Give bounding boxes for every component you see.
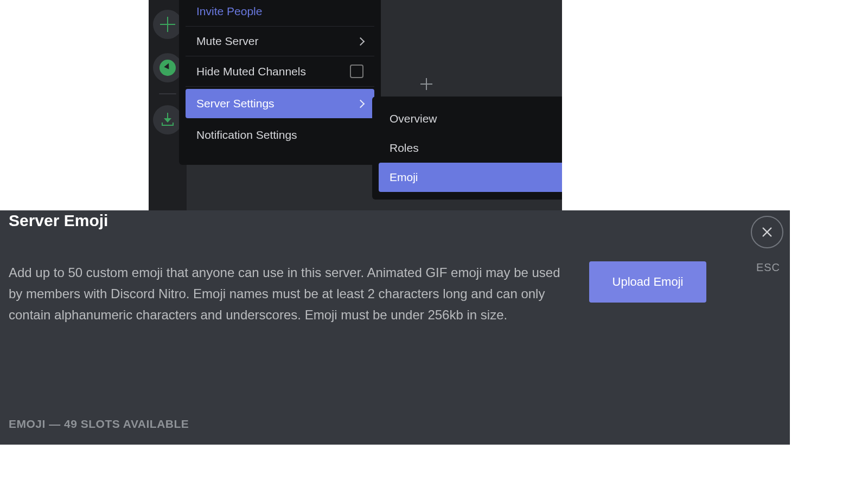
submenu-item-roles[interactable]: Roles (379, 133, 562, 163)
menu-item-invite-people[interactable]: Invite People (186, 0, 374, 27)
menu-item-mute-server[interactable]: Mute Server (186, 27, 374, 56)
plus-icon (160, 17, 175, 32)
chevron-right-icon (356, 37, 365, 46)
chevron-right-icon (356, 99, 365, 108)
button-label: Upload Emoji (612, 275, 684, 289)
emoji-slots-label: EMOJI — 49 SLOTS AVAILABLE (9, 418, 189, 431)
submenu-item-label: Overview (390, 112, 437, 125)
esc-label: ESC (756, 261, 780, 274)
menu-item-notification-settings[interactable]: Notification Settings (186, 120, 374, 150)
menu-item-label: Notification Settings (196, 129, 297, 142)
download-icon (161, 113, 175, 127)
upload-emoji-button[interactable]: Upload Emoji (589, 261, 706, 303)
menu-item-label: Invite People (196, 5, 262, 18)
emoji-description: Add up to 50 custom emoji that anyone ca… (9, 262, 563, 326)
server-menu-screenshot: Invite People Mute Server Hide Muted Cha… (149, 0, 562, 211)
add-server-button[interactable] (153, 10, 182, 39)
server-dropdown-menu: Invite People Mute Server Hide Muted Cha… (179, 0, 381, 165)
close-button[interactable] (751, 216, 783, 248)
rail-separator (159, 93, 176, 94)
submenu-item-emoji[interactable]: Emoji (379, 163, 562, 192)
submenu-item-overview[interactable]: Overview (379, 104, 562, 133)
page-title: Server Emoji (9, 211, 108, 230)
checkbox-icon[interactable] (350, 65, 363, 78)
explore-servers-button[interactable] (153, 53, 182, 82)
compass-icon (159, 60, 176, 76)
server-emoji-settings-panel: Server Emoji Add up to 50 custom emoji t… (0, 210, 790, 445)
menu-item-server-settings[interactable]: Server Settings (186, 89, 374, 118)
menu-item-label: Server Settings (196, 97, 275, 110)
download-apps-button[interactable] (153, 105, 182, 134)
close-icon (761, 226, 773, 238)
server-settings-submenu: Overview Roles Emoji (372, 97, 562, 200)
plus-icon[interactable] (420, 78, 433, 91)
submenu-item-label: Roles (390, 142, 419, 154)
submenu-item-label: Emoji (390, 171, 418, 183)
menu-item-hide-muted-channels[interactable]: Hide Muted Channels (186, 56, 374, 87)
menu-item-label: Hide Muted Channels (196, 65, 306, 78)
menu-item-label: Mute Server (196, 35, 258, 48)
